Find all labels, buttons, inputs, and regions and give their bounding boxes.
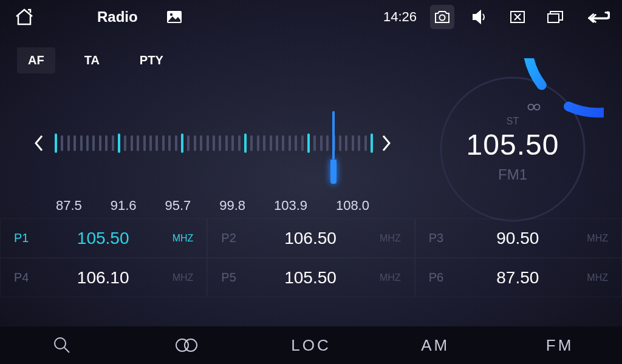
volume-icon[interactable] [468, 5, 492, 29]
dial-label: 103.9 [274, 198, 307, 214]
preset-label: P3 [429, 231, 458, 245]
frequency-dial: 87.591.695.799.8103.9108.0 [30, 107, 395, 214]
dial-label: 91.6 [111, 198, 137, 214]
am-button[interactable]: AM [373, 326, 497, 364]
screenshot-icon[interactable] [430, 5, 454, 29]
presets-grid: P1105.50MHZP2106.50MHZP390.50MHZP4106.10… [0, 218, 622, 297]
preset-label: P1 [14, 231, 43, 245]
pty-button[interactable]: PTY [129, 47, 174, 73]
ta-button[interactable]: TA [73, 47, 111, 73]
dial-labels: 87.591.695.799.8103.9108.0 [56, 198, 369, 214]
dial-label: 108.0 [336, 198, 369, 214]
loc-button[interactable]: LOC [249, 326, 374, 364]
back-icon[interactable] [586, 5, 610, 29]
svg-point-6 [528, 104, 534, 110]
preset-2[interactable]: P2106.50MHZ [207, 218, 414, 258]
svg-point-10 [185, 339, 197, 351]
preset-unit: MHZ [371, 233, 401, 244]
photo-icon[interactable] [162, 5, 186, 29]
preset-3[interactable]: P390.50MHZ [415, 218, 622, 258]
preset-frequency: 106.50 [250, 229, 370, 248]
statusbar-left: Radio [12, 5, 186, 29]
svg-rect-4 [548, 14, 559, 22]
current-band: FM1 [498, 166, 527, 183]
preset-label: P6 [429, 271, 458, 285]
preset-4[interactable]: P4106.10MHZ [0, 258, 207, 297]
statusbar-right: 14:26 [383, 5, 610, 29]
preset-frequency: 105.50 [250, 268, 370, 288]
search-button[interactable] [0, 326, 125, 364]
preset-unit: MHZ [163, 272, 193, 283]
preset-label: P4 [14, 271, 43, 285]
preset-5[interactable]: P5105.50MHZ [207, 258, 414, 297]
tune-down-button[interactable] [30, 131, 47, 155]
svg-point-2 [440, 15, 445, 21]
af-button[interactable]: AF [17, 47, 55, 73]
preset-label: P2 [221, 231, 250, 245]
current-frequency: 105.50 [466, 128, 559, 161]
preset-frequency: 90.50 [458, 229, 578, 248]
svg-point-1 [169, 13, 172, 16]
stereo-button[interactable] [125, 326, 249, 364]
preset-6[interactable]: P687.50MHZ [415, 258, 622, 297]
preset-unit: MHZ [578, 272, 608, 283]
tune-up-button[interactable] [378, 131, 395, 155]
preset-unit: MHZ [371, 272, 401, 283]
preset-unit: MHZ [163, 233, 193, 244]
statusbar: Radio 14:26 [0, 0, 622, 34]
dial-label: 99.8 [219, 198, 245, 214]
close-window-icon[interactable] [505, 5, 530, 29]
preset-1[interactable]: P1105.50MHZ [0, 218, 207, 258]
preset-frequency: 106.10 [43, 268, 163, 288]
page-title: Radio [97, 8, 138, 25]
preset-label: P5 [221, 271, 250, 285]
main-area: AF TA PTY 87.591.695.799.8103.9108.0 [0, 34, 622, 297]
svg-point-8 [55, 338, 66, 349]
preset-unit: MHZ [578, 233, 608, 244]
preset-frequency: 105.50 [43, 229, 163, 248]
dial-label: 95.7 [165, 198, 191, 214]
recent-apps-icon[interactable] [543, 5, 567, 29]
st-indicator: ST [507, 116, 519, 127]
clock: 14:26 [383, 9, 417, 25]
frequency-display: ST 105.50 FM1 [422, 58, 604, 240]
svg-point-7 [535, 104, 540, 110]
dial-label: 87.5 [56, 198, 82, 214]
home-icon[interactable] [12, 5, 36, 29]
fm-button[interactable]: FM [497, 326, 622, 364]
dial-ticks[interactable] [55, 128, 371, 158]
preset-frequency: 87.50 [458, 268, 578, 288]
bottombar: LOC AM FM [0, 326, 622, 364]
